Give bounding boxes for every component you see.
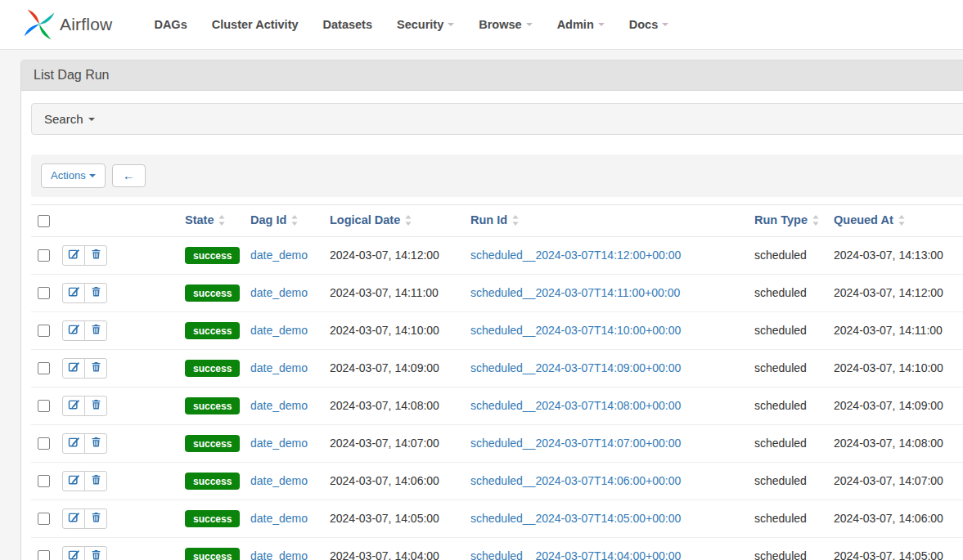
search-label: Search [44, 112, 83, 126]
delete-button[interactable] [84, 471, 107, 491]
dag-id-link[interactable]: date_demo [250, 399, 308, 412]
state-badge: success [185, 397, 240, 414]
delete-button[interactable] [84, 283, 107, 303]
queued-at-cell: 2024-03-07, 14:11:00 [827, 311, 963, 349]
back-button[interactable]: ← [112, 164, 146, 187]
dag-id-link[interactable]: date_demo [250, 249, 308, 262]
row-checkbox[interactable] [38, 400, 50, 412]
edit-button[interactable] [62, 396, 85, 416]
logical-date-cell: 2024-03-07, 14:07:00 [323, 424, 464, 462]
row-checkbox[interactable] [38, 325, 50, 337]
run-id-cell: scheduled__2024-03-07T14:12:00+00:00 [464, 236, 748, 274]
delete-button[interactable] [84, 358, 107, 379]
table-body: success date_demo 2024-03-07, 14:12:00 s… [31, 236, 963, 560]
column-header-label: Run Type [754, 213, 808, 226]
dag-id-cell: date_demo [244, 500, 323, 537]
logical-date-cell: 2024-03-07, 14:12:00 [323, 236, 464, 274]
run-type-cell: scheduled [748, 387, 827, 424]
dag-id-link[interactable]: date_demo [250, 474, 308, 487]
column-header[interactable]: Logical Date [323, 204, 464, 236]
queued-at-cell: 2024-03-07, 14:12:00 [827, 274, 963, 311]
run-id-link[interactable]: scheduled__2024-03-07T14:06:00+00:00 [470, 474, 681, 487]
queued-at-cell: 2024-03-07, 14:06:00 [827, 500, 963, 537]
run-id-link[interactable]: scheduled__2024-03-07T14:04:00+00:00 [470, 549, 681, 560]
edit-icon [68, 285, 80, 300]
dag-id-cell: date_demo [244, 349, 323, 387]
select-all-checkbox[interactable] [38, 215, 50, 227]
run-id-link[interactable]: scheduled__2024-03-07T14:05:00+00:00 [470, 512, 681, 525]
nav-item-label: Docs [629, 18, 658, 31]
dag-id-cell: date_demo [244, 311, 323, 349]
state-cell: success [178, 424, 244, 462]
row-actions-cell [56, 424, 178, 462]
airflow-brand[interactable]: Airflow [23, 7, 112, 43]
column-header[interactable]: Run Type [748, 204, 827, 236]
logical-date-cell: 2024-03-07, 14:04:00 [323, 537, 464, 560]
delete-button[interactable] [84, 320, 107, 341]
row-checkbox[interactable] [38, 362, 50, 374]
column-header[interactable]: State [178, 204, 244, 236]
delete-button[interactable] [84, 433, 107, 454]
dag-id-link[interactable]: date_demo [250, 549, 308, 560]
row-select-cell [31, 274, 56, 311]
delete-button[interactable] [84, 396, 107, 416]
run-id-link[interactable]: scheduled__2024-03-07T14:08:00+00:00 [470, 399, 681, 412]
queued-at-cell: 2024-03-07, 14:09:00 [827, 387, 963, 424]
dag-id-link[interactable]: date_demo [250, 361, 308, 374]
chevron-down-icon [662, 23, 668, 26]
run-id-cell: scheduled__2024-03-07T14:08:00+00:00 [464, 387, 748, 424]
dag-id-cell: date_demo [244, 462, 323, 500]
actions-button[interactable]: Actions [41, 164, 106, 188]
nav-item[interactable]: DAGs [142, 18, 199, 31]
nav-item[interactable]: Admin [545, 18, 617, 31]
run-id-cell: scheduled__2024-03-07T14:05:00+00:00 [464, 500, 748, 537]
edit-button[interactable] [62, 320, 85, 341]
row-actions-header-cell [56, 204, 178, 236]
run-type-cell: scheduled [748, 349, 827, 387]
row-checkbox[interactable] [38, 550, 50, 560]
row-checkbox[interactable] [38, 513, 50, 525]
row-checkbox[interactable] [38, 249, 50, 262]
queued-at-cell: 2024-03-07, 14:13:00 [827, 236, 963, 274]
trash-icon [91, 511, 101, 526]
dag-id-link[interactable]: date_demo [250, 512, 308, 525]
run-id-link[interactable]: scheduled__2024-03-07T14:07:00+00:00 [470, 437, 681, 450]
edit-button[interactable] [62, 283, 85, 303]
edit-button[interactable] [62, 546, 85, 560]
state-badge: success [185, 247, 240, 264]
run-id-link[interactable]: scheduled__2024-03-07T14:09:00+00:00 [470, 361, 681, 374]
row-checkbox[interactable] [38, 287, 50, 299]
run-id-link[interactable]: scheduled__2024-03-07T14:11:00+00:00 [470, 286, 680, 299]
dag-id-link[interactable]: date_demo [250, 286, 308, 299]
row-checkbox[interactable] [38, 475, 50, 487]
nav-item[interactable]: Security [385, 18, 466, 31]
column-header[interactable]: Dag Id [244, 204, 323, 236]
edit-button[interactable] [62, 433, 85, 454]
nav-item[interactable]: Cluster Activity [200, 18, 311, 31]
dag-id-link[interactable]: date_demo [250, 324, 308, 337]
sort-icon [218, 215, 225, 228]
nav-item[interactable]: Datasets [311, 18, 385, 31]
row-checkbox[interactable] [38, 437, 50, 450]
edit-button[interactable] [62, 508, 85, 529]
run-id-link[interactable]: scheduled__2024-03-07T14:10:00+00:00 [470, 324, 681, 337]
column-header[interactable]: Queued At [827, 204, 963, 236]
edit-button[interactable] [62, 471, 85, 491]
delete-button[interactable] [84, 546, 107, 560]
table-row: success date_demo 2024-03-07, 14:04:00 s… [31, 537, 963, 560]
delete-button[interactable] [84, 245, 107, 266]
dag-id-link[interactable]: date_demo [250, 437, 308, 450]
edit-button[interactable] [62, 245, 85, 266]
column-header[interactable]: Run Id [464, 204, 748, 236]
state-cell: success [178, 387, 244, 424]
select-all-cell [31, 204, 56, 236]
run-id-link[interactable]: scheduled__2024-03-07T14:12:00+00:00 [470, 249, 681, 262]
state-badge: success [185, 473, 240, 490]
edit-button[interactable] [62, 358, 85, 379]
edit-icon [68, 248, 80, 262]
nav-item[interactable]: Docs [617, 18, 681, 31]
delete-button[interactable] [84, 508, 107, 529]
nav-item[interactable]: Browse [466, 18, 544, 31]
search-accordion-toggle[interactable]: Search [31, 103, 963, 135]
nav-item-label: Datasets [323, 18, 372, 31]
